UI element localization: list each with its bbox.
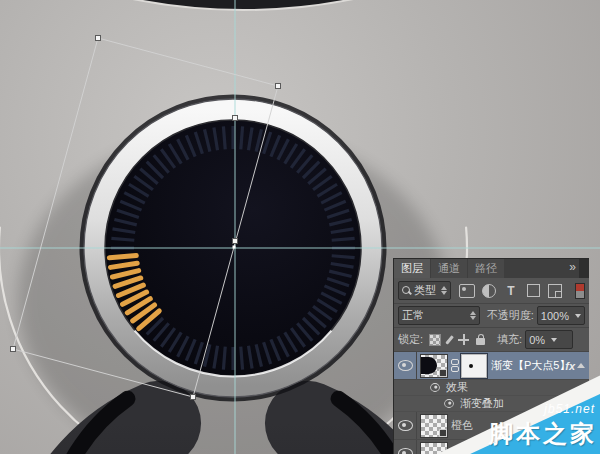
gradient-overlay-label: 渐变叠加 (460, 396, 504, 411)
lock-pixels-icon[interactable] (445, 335, 454, 345)
filter-shape-layers-button[interactable] (525, 283, 541, 298)
eye-icon (398, 360, 413, 371)
image-icon (459, 284, 475, 298)
smart-object-icon (548, 284, 562, 298)
layers-panel: 图层 通道 路径 » 类型 T 正常 (393, 258, 589, 454)
layer-mask-thumbnail[interactable] (461, 354, 487, 378)
fill-input[interactable]: 0% (525, 330, 573, 349)
visibility-toggle[interactable] (394, 412, 417, 439)
layer-thumbnail[interactable] (420, 414, 448, 438)
gradient-overlay-row[interactable]: 渐变叠加 (394, 396, 589, 412)
blend-mode-value: 正常 (402, 308, 424, 323)
thumbnail-badge-icon (439, 429, 447, 437)
chevron-down-icon (575, 314, 581, 318)
thumbnail-badge-icon (439, 369, 447, 377)
layer-row-gradient[interactable]: 渐变【P大点5】 fx (394, 352, 589, 380)
tab-paths[interactable]: 路径 (468, 259, 504, 278)
eye-icon (398, 420, 413, 431)
layer-row-orange[interactable]: 橙色 (394, 412, 589, 440)
fill-value: 0% (529, 334, 545, 346)
filter-kind-label: 类型 (414, 283, 436, 298)
shape-icon (527, 284, 540, 297)
visibility-toggle[interactable] (394, 352, 417, 379)
eye-icon (398, 448, 413, 454)
layer-row-white[interactable]: 白色 (394, 440, 589, 454)
fx-badge[interactable]: fx (565, 360, 575, 372)
filter-smart-objects-button[interactable] (547, 283, 563, 298)
layer-name[interactable]: 白色 (451, 446, 589, 454)
type-icon: T (507, 284, 514, 298)
lock-transparency-icon[interactable] (429, 334, 441, 346)
layer-thumbnail[interactable] (420, 354, 448, 378)
panel-tabbar: 图层 通道 路径 » (394, 259, 589, 278)
effects-label: 效果 (446, 380, 468, 395)
combo-arrows-icon (441, 286, 447, 295)
lock-position-icon[interactable] (458, 334, 469, 345)
fx-collapse-icon[interactable] (577, 363, 585, 368)
thumbnail-shape (421, 357, 437, 374)
layer-list: 渐变【P大点5】 fx 效果 渐变叠加 橙色 白色 (394, 352, 589, 454)
mask-link-icon[interactable] (451, 359, 459, 372)
blend-mode-select[interactable]: 正常 (398, 306, 480, 325)
layer-name[interactable]: 橙色 (451, 418, 589, 433)
blend-row: 正常 不透明度: 100% (394, 304, 589, 328)
filter-adjustment-layers-button[interactable] (481, 283, 497, 298)
opacity-label: 不透明度: (487, 308, 534, 323)
panel-collapse-icon[interactable]: » (569, 260, 575, 274)
layer-name[interactable]: 渐变【P大点5】 (491, 358, 565, 373)
visibility-toggle[interactable] (394, 440, 417, 454)
adjustment-icon (482, 284, 496, 298)
eye-icon (430, 383, 440, 392)
opacity-input[interactable]: 100% (537, 306, 585, 325)
chevron-down-icon (551, 338, 557, 342)
photoshop-canvas: 图层 通道 路径 » 类型 T 正常 (0, 0, 600, 454)
combo-arrows-icon (470, 311, 476, 320)
eye-icon (444, 399, 454, 408)
layer-filter-row: 类型 T (394, 278, 589, 304)
filter-pixel-layers-button[interactable] (459, 283, 475, 298)
layer-thumbnail[interactable] (420, 442, 448, 454)
opacity-value: 100% (541, 310, 569, 322)
filter-toggle-switch[interactable] (575, 283, 585, 299)
fill-label: 填充: (497, 332, 522, 347)
tab-layers[interactable]: 图层 (394, 259, 430, 278)
lock-row: 锁定: 填充: 0% (394, 328, 589, 352)
tab-channels[interactable]: 通道 (431, 259, 467, 278)
filter-type-layers-button[interactable]: T (503, 283, 519, 298)
search-icon (402, 286, 411, 295)
panel-corner-stub (579, 259, 589, 278)
effects-row[interactable]: 效果 (394, 380, 589, 396)
lock-label: 锁定: (398, 332, 423, 347)
filter-kind-combo[interactable]: 类型 (398, 281, 451, 300)
lock-all-icon[interactable] (476, 338, 485, 345)
